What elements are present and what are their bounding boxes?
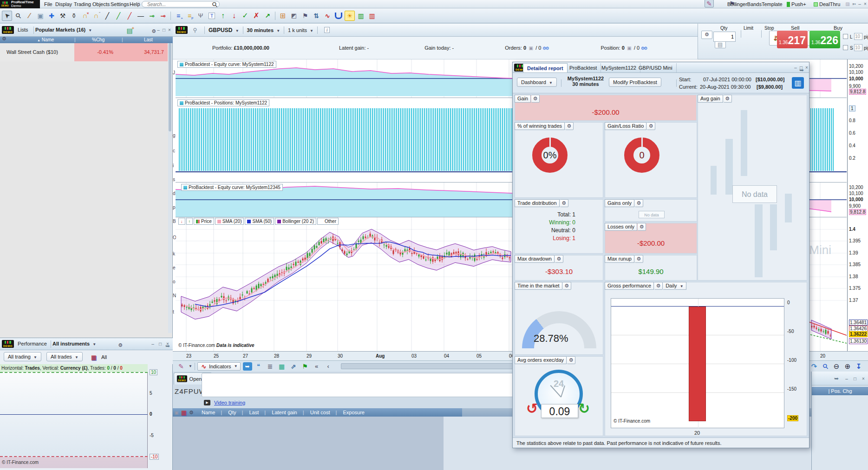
template-name[interactable]: BollingerBandsTemplate bbox=[727, 1, 783, 7]
toolbar-icon[interactable] bbox=[196, 11, 206, 21]
close-icon[interactable]: × bbox=[166, 27, 173, 33]
column-header[interactable]: Latent gain bbox=[265, 410, 303, 415]
chat-icon[interactable] bbox=[254, 361, 264, 372]
keyboard-icon[interactable] bbox=[715, 41, 726, 48]
column-header[interactable]: Exposure bbox=[337, 410, 371, 415]
pane2-label[interactable]: ProBacktest - Positions: MySystem1122 bbox=[177, 99, 269, 106]
maximize-icon[interactable]: □ bbox=[157, 341, 163, 347]
info-icon[interactable] bbox=[322, 25, 332, 35]
toolbar-icon[interactable] bbox=[124, 11, 135, 21]
collapse-left-icon[interactable] bbox=[312, 361, 322, 372]
table-row[interactable]: Wall Street Cash ($10) -0.41% 34,731.7 bbox=[0, 43, 168, 61]
timeframe-selector[interactable]: 30 minutes ▼ bbox=[247, 27, 280, 33]
table-calendar-icon[interactable] bbox=[181, 409, 187, 416]
column-header[interactable]: Name bbox=[195, 410, 222, 415]
max-drawdown-settings-icon[interactable] bbox=[555, 255, 563, 263]
report-tab[interactable]: ProBacktest bbox=[566, 63, 601, 72]
toolbar-icon[interactable] bbox=[58, 11, 68, 21]
toolbar-icon[interactable] bbox=[80, 11, 90, 21]
toolbar-icon[interactable] bbox=[13, 11, 23, 21]
toolbar-icon[interactable] bbox=[322, 11, 333, 21]
toolbar-icon[interactable] bbox=[345, 11, 355, 21]
gross-settings-icon[interactable] bbox=[654, 282, 663, 290]
toolbar-icon[interactable] bbox=[102, 11, 112, 21]
gains-only-settings-icon[interactable] bbox=[635, 199, 643, 207]
dealthru-status[interactable]: DealThru bbox=[814, 1, 840, 7]
orders-settings-icon[interactable] bbox=[542, 46, 549, 51]
toolbar-icon[interactable] bbox=[367, 11, 377, 21]
toolbar-icon[interactable] bbox=[311, 11, 321, 21]
max-runup-settings-icon[interactable] bbox=[635, 255, 643, 263]
redo-icon[interactable] bbox=[809, 361, 819, 372]
toolbar-icon[interactable] bbox=[24, 11, 34, 21]
stop-pips-input[interactable] bbox=[854, 44, 862, 51]
toolbar-icon[interactable] bbox=[333, 11, 344, 21]
close-icon[interactable]: × bbox=[164, 341, 171, 347]
column-header[interactable]: Unit cost bbox=[304, 410, 337, 415]
legend-item[interactable]: Other bbox=[317, 218, 339, 225]
column-header[interactable]: Qty bbox=[222, 410, 242, 415]
toolbar-icon[interactable] bbox=[240, 11, 250, 21]
chart-flag-icon[interactable] bbox=[300, 361, 310, 372]
toolbar-icon[interactable] bbox=[218, 11, 228, 21]
lists-button[interactable]: Lists bbox=[18, 27, 28, 33]
chart-style-icon[interactable] bbox=[288, 361, 299, 372]
toolbar-icon[interactable] bbox=[251, 11, 261, 21]
toolbar-icon[interactable] bbox=[207, 11, 217, 21]
maximize-icon[interactable]: □ bbox=[852, 376, 858, 382]
units-selector[interactable]: 1 k units ▼ bbox=[288, 27, 313, 33]
zoom-range-icon[interactable] bbox=[820, 361, 830, 372]
toolbar-icon[interactable] bbox=[136, 11, 146, 21]
dashboard-selector[interactable]: Dashboard ▼ bbox=[517, 78, 557, 87]
toolbar-icon[interactable] bbox=[356, 11, 366, 21]
compare-icon[interactable] bbox=[277, 361, 287, 372]
legend-item[interactable]: SMA (50) bbox=[245, 218, 274, 225]
download-data-icon[interactable] bbox=[854, 361, 864, 372]
table-icon[interactable] bbox=[173, 409, 180, 416]
winning-settings-icon[interactable] bbox=[565, 122, 574, 130]
modify-probacktest-button[interactable]: Modify ProBacktest bbox=[609, 78, 661, 87]
minimize-icon[interactable]: – bbox=[150, 341, 156, 347]
toolbar-icon[interactable] bbox=[169, 11, 172, 21]
menu-item[interactable]: Help bbox=[126, 0, 144, 8]
close-icon[interactable]: × bbox=[860, 376, 867, 382]
column-last[interactable]: Last bbox=[144, 37, 153, 42]
period-selector[interactable]: Daily ▼ bbox=[663, 282, 686, 290]
draw-icon[interactable] bbox=[176, 361, 186, 372]
add-list-icon[interactable] bbox=[124, 26, 135, 36]
ratio-settings-icon[interactable] bbox=[647, 122, 655, 130]
sell-button[interactable]: 1.36217 bbox=[777, 31, 808, 48]
legend-item[interactable]: SMA (20) bbox=[215, 218, 244, 225]
link-icon[interactable] bbox=[190, 25, 200, 35]
video-training-link[interactable]: Video training bbox=[214, 400, 245, 405]
snapshot-icon[interactable]: ▨ bbox=[844, 1, 851, 7]
table-settings-icon[interactable] bbox=[188, 409, 195, 416]
close-icon[interactable]: × bbox=[862, 1, 868, 7]
sell-marker-icon[interactable]: ↓ bbox=[178, 218, 185, 225]
toolbar-icon[interactable] bbox=[289, 11, 299, 21]
qty-input[interactable] bbox=[713, 32, 736, 42]
report-settings-icon[interactable] bbox=[790, 75, 806, 91]
toolbar-icon[interactable] bbox=[147, 11, 157, 21]
order-settings-icon[interactable] bbox=[701, 31, 712, 39]
pos-chg-column[interactable]: | Pos. Chg bbox=[812, 387, 868, 395]
toolbar-icon[interactable] bbox=[300, 11, 310, 21]
column-chg[interactable]: %Chg bbox=[92, 37, 104, 42]
share-icon[interactable] bbox=[243, 362, 252, 371]
avg-gain-settings-icon[interactable] bbox=[724, 95, 732, 103]
push-status[interactable]: Push+ bbox=[787, 1, 806, 7]
stop-checkbox[interactable] bbox=[843, 45, 848, 50]
legend-item[interactable]: Bollinger (20 2) bbox=[275, 218, 316, 225]
instrument-filter[interactable]: All instruments ▼ bbox=[52, 341, 96, 346]
settings-wrench-icon[interactable] bbox=[115, 340, 125, 351]
news-icon[interactable] bbox=[265, 361, 275, 372]
pane3-label[interactable]: ProBacktest - Equity curve: MySystem1234… bbox=[181, 184, 283, 191]
zoom-in-icon[interactable] bbox=[842, 361, 853, 372]
distribution-settings-icon[interactable] bbox=[560, 199, 568, 207]
toolbar-icon[interactable] bbox=[35, 11, 46, 21]
toolbar-icon[interactable] bbox=[158, 11, 168, 21]
market-list-selector[interactable]: Popular Markets (16) ▼ bbox=[35, 27, 92, 33]
column-header[interactable]: Last bbox=[242, 410, 265, 415]
report-tab[interactable]: Detailed report bbox=[523, 63, 568, 72]
toolbar-icon[interactable] bbox=[184, 11, 195, 21]
